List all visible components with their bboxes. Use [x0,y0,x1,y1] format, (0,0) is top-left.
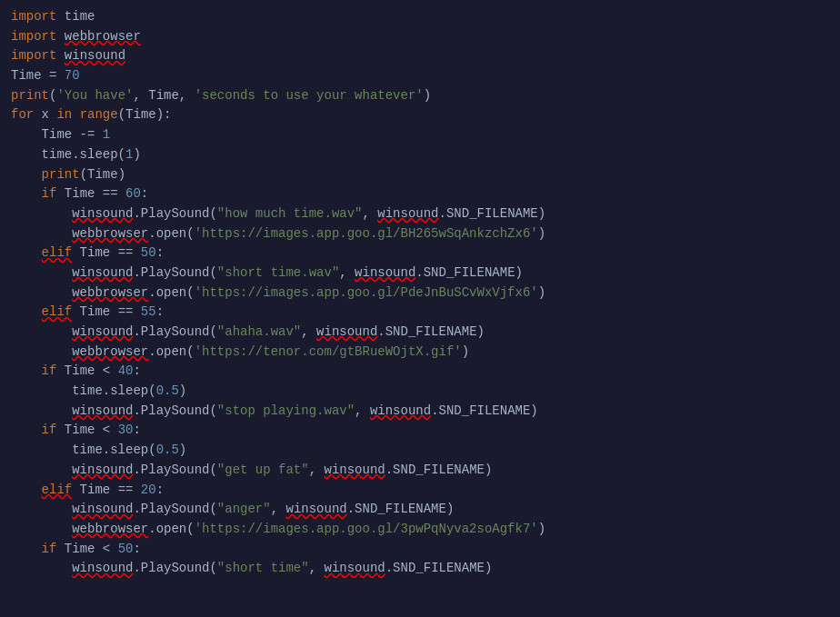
code-editor: import time import webbrowser import win… [0,0,840,617]
code-content: import time import webbrowser import win… [11,7,829,579]
